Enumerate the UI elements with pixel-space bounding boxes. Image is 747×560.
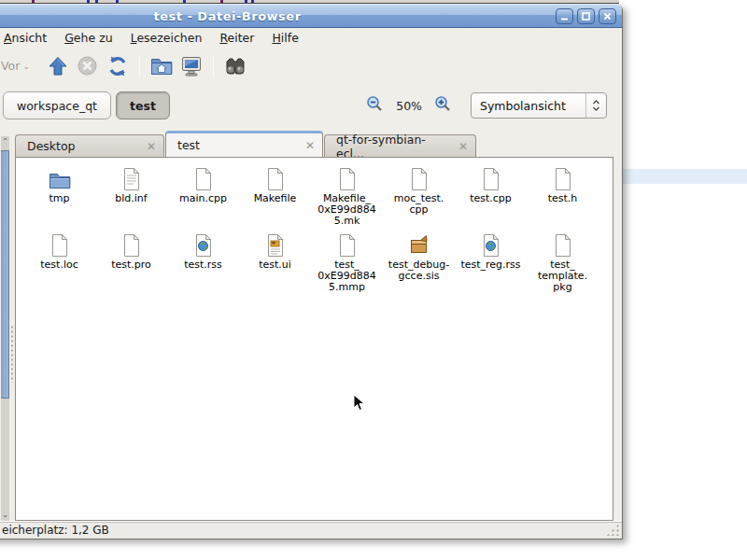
document-globe-icon	[193, 230, 213, 258]
combo-spinner-icon	[585, 93, 606, 118]
refresh-button[interactable]	[103, 52, 133, 80]
file-item-test.pro[interactable]: test.pro	[95, 230, 167, 296]
toolbar: Vor ⌄	[0, 47, 622, 85]
file-item-test.h[interactable]: test.h	[527, 163, 599, 230]
computer-icon	[179, 55, 204, 77]
file-label: main.cpp	[179, 193, 227, 204]
path-button-test[interactable]: test	[116, 91, 170, 119]
zoom-level: 50%	[396, 99, 422, 113]
file-item-test_0xE99d8845.mmp[interactable]: test_ 0xE99d884 5.mmp	[311, 230, 383, 296]
minimize-button[interactable]	[556, 8, 573, 24]
file-item-Makefile[interactable]: Makefile	[239, 163, 311, 230]
scroll-down-icon[interactable]: ⌄	[1, 510, 9, 521]
tab-bar: Desktop✕test✕qt-for-symbian-ecl...✕	[15, 131, 613, 157]
file-browser-window: test - Datei-Browser AnsichtGehe zuLesez…	[0, 4, 623, 539]
path-button-workspace_qt[interactable]: workspace_qt	[3, 91, 111, 119]
document-blank-icon	[265, 163, 285, 191]
file-label: tmp	[49, 193, 69, 204]
scroll-up-icon[interactable]: ⌃	[1, 136, 9, 147]
file-item-bld.inf[interactable]: bld.inf	[95, 163, 167, 230]
menu-hilfe[interactable]: Hilfe	[272, 31, 298, 45]
desktop: test - Datei-Browser AnsichtGehe zuLesez…	[0, 0, 747, 560]
home-button[interactable]	[147, 52, 176, 80]
document-blank-icon	[553, 163, 572, 191]
document-blank-icon	[337, 230, 357, 258]
refresh-icon	[106, 55, 129, 77]
folder-view[interactable]: tmp bld.inf main.cpp Makefile Makefile_ …	[15, 157, 613, 521]
status-bar: eicherplatz: 1,2 GB	[0, 521, 622, 539]
file-label: moc_test. cpp	[394, 193, 444, 216]
sidepane-scrollbar-thumb[interactable]	[1, 150, 9, 399]
tab-notebook: Desktop✕test✕qt-for-symbian-ecl...✕ tmp …	[15, 131, 613, 521]
mouse-cursor	[353, 394, 365, 415]
file-label: test.cpp	[470, 193, 512, 204]
resize-grip[interactable]	[606, 524, 619, 536]
zoom-in-button[interactable]	[434, 95, 452, 117]
maximize-button[interactable]	[577, 8, 595, 24]
menu-reiter[interactable]: Reiter	[219, 31, 254, 45]
file-item-test_template.pkg[interactable]: test_ template. pkg	[527, 230, 599, 296]
toolbar-separator	[213, 55, 214, 77]
desktop-button[interactable]	[176, 52, 206, 80]
file-item-test.rss[interactable]: test.rss	[167, 230, 239, 296]
window-title: test - Datei-Browser	[0, 9, 622, 23]
document-text-icon	[121, 163, 141, 191]
file-label: test_reg.rss	[460, 259, 520, 271]
file-label: test.ui	[259, 259, 291, 271]
zoom-out-button[interactable]	[366, 95, 384, 117]
file-grid: tmp bld.inf main.cpp Makefile Makefile_ …	[16, 158, 613, 296]
menu-gehe-zu[interactable]: Gehe zu	[64, 31, 112, 45]
tab-label: test	[177, 138, 296, 152]
up-button[interactable]	[43, 52, 73, 80]
file-item-test.ui[interactable]: test.ui	[239, 230, 311, 296]
tab-close-icon[interactable]: ✕	[458, 141, 468, 152]
file-item-test.loc[interactable]: test.loc	[23, 230, 95, 296]
tab-label: qt-for-symbian-ecl...	[336, 133, 449, 161]
document-blank-icon	[121, 230, 141, 258]
file-label: test_ 0xE99d884 5.mmp	[317, 259, 375, 293]
file-item-moc_test.cpp[interactable]: moc_test. cpp	[383, 163, 455, 230]
zoom-out-icon	[366, 95, 384, 113]
menu-ansicht[interactable]: Ansicht	[4, 31, 47, 45]
status-text: eicherplatz: 1,2 GB	[2, 524, 109, 537]
file-label: test.loc	[40, 259, 78, 271]
forward-button[interactable]: Vor	[1, 59, 20, 73]
menu-lesezeichen[interactable]: Lesezeichen	[131, 31, 203, 45]
document-blank-icon	[409, 163, 429, 191]
file-item-test_debug-gcce.sis[interactable]: test_debug- gcce.sis	[383, 230, 455, 296]
document-blank-icon	[553, 230, 572, 258]
close-button[interactable]	[599, 8, 616, 24]
file-label: test.pro	[111, 259, 151, 271]
file-label: test.h	[548, 193, 578, 204]
file-item-tmp[interactable]: tmp	[23, 163, 95, 230]
splitter-grip-icon	[10, 325, 14, 383]
file-label: test_debug- gcce.sis	[388, 259, 449, 282]
file-item-main.cpp[interactable]: main.cpp	[167, 163, 239, 230]
folder-icon	[48, 163, 72, 191]
tab-qt-for-symbian-ecl-[interactable]: qt-for-symbian-ecl...✕	[324, 134, 476, 157]
forward-history-chevron-icon[interactable]: ⌄	[22, 62, 30, 71]
view-mode-select[interactable]: Symbolansicht	[471, 92, 607, 119]
tab-test[interactable]: test✕	[165, 131, 323, 157]
titlebar[interactable]: test - Datei-Browser	[0, 4, 622, 28]
stop-button[interactable]	[73, 52, 103, 80]
file-item-test.cpp[interactable]: test.cpp	[455, 163, 527, 230]
document-ui-icon	[265, 230, 285, 258]
tab-Desktop[interactable]: Desktop✕	[15, 134, 164, 157]
zoom-in-icon	[434, 95, 452, 113]
tab-close-icon[interactable]: ✕	[305, 140, 315, 151]
file-label: test_ template. pkg	[538, 259, 587, 293]
sidepane-scrollbar[interactable]: ⌃ ⌄	[1, 136, 9, 521]
tab-close-icon[interactable]: ✕	[147, 141, 156, 152]
file-label: Makefile	[254, 193, 297, 204]
document-blank-icon	[49, 230, 69, 258]
search-button[interactable]	[220, 52, 250, 80]
menubar: AnsichtGehe zuLesezeichenReiterHilfe	[0, 28, 622, 47]
file-label: bld.inf	[115, 193, 147, 204]
toolbar-separator	[139, 55, 140, 77]
file-item-Makefile_0xE99d8845.mk[interactable]: Makefile_ 0xE99d884 5.mk	[311, 163, 383, 230]
tab-label: Desktop	[27, 139, 137, 153]
home-folder-icon	[149, 55, 174, 77]
file-item-test_reg.rss[interactable]: test_reg.rss	[455, 230, 527, 296]
package-icon	[408, 230, 430, 258]
